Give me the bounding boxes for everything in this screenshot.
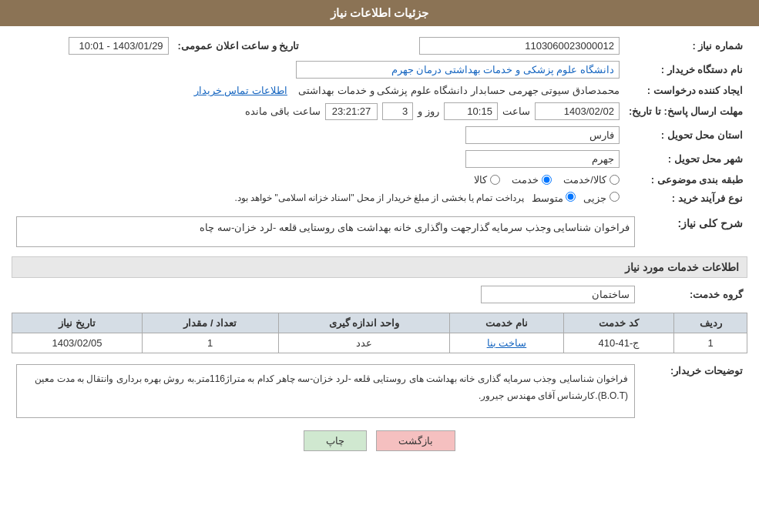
tasnif-khadamat-label: خدمت [512,174,539,186]
cell-radif: 1 [674,333,747,353]
tarikh-value: 1403/01/29 - 10:01 [69,37,169,55]
back-button[interactable]: بازگشت [376,430,455,451]
cell-qty: 1 [142,333,278,353]
tarikh-label: تاریخ و ساعت اعلان عمومی: [173,34,315,58]
col-name: نام خدمت [450,313,563,333]
tasnif-khadamat-option[interactable]: خدمت [512,174,552,186]
sharh-value: فراخوان شناسایی وجذب سرمایه گذارجهت واگذ… [16,216,635,247]
tasnif-kala-khadamat-label: کالا/خدمت [563,174,606,186]
tasnif-label: طبقه بندی موضوعی : [624,171,747,189]
tasnif-kala-option[interactable]: کالا [474,174,500,186]
services-section-header: اطلاعات خدمات مورد نیاز [12,256,747,278]
shahr-label: شهر محل تحویل : [624,147,747,171]
mohlat-remaining: 23:21:27 [325,103,378,120]
shahr-value: جهرم [465,150,620,168]
ostan-label: استان محل تحویل : [624,123,747,147]
mohlat-saat-label: ساعت [502,105,530,117]
ettelaat-link[interactable]: اطلاعات تماس خریدار [194,85,287,96]
shomare-niaz-label: شماره نیاز : [624,34,747,58]
cell-unit: عدد [278,333,450,353]
tozihat-label: توضیحات خریدار: [640,361,747,421]
ostan-value: فارس [465,126,620,144]
grohe-khadamat-label: گروه خدمت: [640,283,747,306]
grohe-khadamat-value: ساختمان [481,286,635,303]
col-code: کد خدمت [563,313,674,333]
col-radif: ردیف [674,313,747,333]
noe-note: پرداخت تمام یا بخشی از مبلغ خریدار از مح… [234,192,523,203]
mohlat-label: مهلت ارسال پاسخ: تا تاریخ: [624,99,747,123]
nam-dastgah-label: نام دستگاه خریدار : [624,58,747,82]
print-button[interactable]: چاپ [304,430,367,451]
tasnif-kala-label: کالا [474,174,487,186]
noe-jozei-label: جزیی [583,192,606,204]
table-row: 1 ج-41-410 ساخت بنا عدد 1 1403/02/05 [12,333,747,353]
page-title: جزئیات اطلاعات نیاز [331,6,428,19]
tozihat-value: فراخوان شناسایی وجذب سرمایه گذاری خانه ب… [16,364,635,418]
col-date: تاریخ نیاز [12,313,143,333]
nam-dastgah-value: دانشگاه علوم پزشکی و خدمات بهداشتی درمان… [296,61,620,79]
sharh-label: شرح کلی نیاز: [640,213,747,250]
tasnif-kala-khadamat-option[interactable]: کالا/خدمت [563,174,620,186]
buttons-row: بازگشت چاپ [12,430,747,451]
col-qty: تعداد / مقدار [142,313,278,333]
mohlat-remaining-label: ساعت باقی مانده [245,105,320,117]
mohlat-rooz-label: روز و [418,105,439,117]
cell-date: 1403/02/05 [12,333,143,353]
page-header: جزئیات اطلاعات نیاز [0,0,759,26]
shomare-niaz-value: 1103060023000012 [419,37,620,55]
noe-mottavasset-option[interactable]: متوسط [532,192,576,204]
noe-mottavasset-label: متوسط [532,192,563,204]
cell-name[interactable]: ساخت بنا [450,333,563,353]
noe-farayand-label: نوع فرآیند خرید : [624,189,747,207]
mohlat-rooz: 3 [382,102,413,120]
noe-jozei-option[interactable]: جزیی [583,192,620,204]
cell-code: ج-41-410 [563,333,674,353]
mohlat-date: 1403/02/02 [535,102,620,120]
mohlat-saat: 10:15 [444,102,498,120]
col-unit: واحد اندازه گیری [278,313,450,333]
services-table: ردیف کد خدمت نام خدمت واحد اندازه گیری ت… [12,313,747,353]
ijad-konande-label: ایجاد کننده درخواست : [624,82,747,99]
ijad-konande-value: محمدصادق سیوتی جهرمی حسابدار دانشگاه علو… [298,85,620,96]
